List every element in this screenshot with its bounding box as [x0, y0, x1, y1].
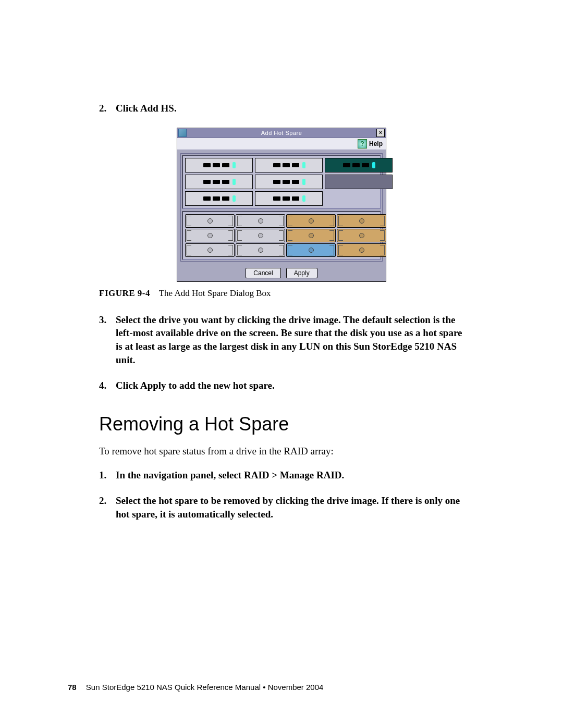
shelf-empty-slot — [325, 175, 393, 189]
shelf-unit[interactable] — [185, 175, 253, 189]
step-number: 1. — [99, 468, 116, 482]
step-3: 3. Select the drive you want by clicking… — [99, 313, 464, 367]
shelf-panel — [180, 153, 383, 262]
drive-bay[interactable] — [286, 229, 336, 242]
drive-bay-panel — [182, 211, 381, 260]
figure-caption: FIGURE 9-4 The Add Hot Spare Dialog Box — [99, 288, 464, 299]
cancel-button[interactable]: Cancel — [246, 268, 280, 278]
section-heading: Removing a Hot Spare — [99, 413, 464, 435]
drive-bay-selected[interactable] — [286, 243, 336, 257]
dialog-button-bar: Cancel Apply — [177, 265, 386, 281]
step-number: 2. — [99, 494, 116, 521]
shelf-unit[interactable] — [255, 158, 323, 172]
drive-bay[interactable] — [185, 243, 235, 257]
step-number: 2. — [99, 102, 116, 115]
shelf-unit[interactable] — [185, 158, 253, 172]
step-text: In the navigation panel, select RAID > M… — [116, 468, 464, 482]
help-button[interactable]: Help — [369, 140, 383, 147]
drive-bay[interactable] — [337, 243, 386, 257]
dialog-toolbar: ? Help — [177, 138, 386, 150]
drive-bay[interactable] — [236, 229, 285, 242]
step-4: 4. Click Apply to add the new hot spare. — [99, 379, 464, 392]
close-icon[interactable]: × — [376, 129, 385, 137]
shelf-unit[interactable] — [255, 175, 323, 189]
step-text: Select the drive you want by clicking th… — [116, 313, 464, 367]
dialog-title: Add Hot Spare — [187, 130, 376, 136]
section-intro: To remove hot spare status from a drive … — [99, 446, 464, 457]
page-footer: 78 Sun StorEdge 5210 NAS Quick Reference… — [68, 683, 323, 692]
drive-bay[interactable] — [286, 214, 336, 228]
remove-step-1: 1. In the navigation panel, select RAID … — [99, 468, 464, 482]
drive-bay[interactable] — [185, 214, 235, 228]
drive-bay[interactable] — [236, 243, 285, 257]
page-number: 78 — [68, 683, 77, 692]
figure-caption-text: The Add Hot Spare Dialog Box — [159, 288, 271, 298]
document-page: 2. Click Add HS. Add Hot Spare × ? Help — [0, 0, 563, 728]
drive-bay[interactable] — [185, 229, 235, 242]
step-text: Click Apply to add the new hot spare. — [116, 379, 464, 392]
add-hot-spare-dialog: Add Hot Spare × ? Help — [177, 128, 386, 282]
drive-bay[interactable] — [236, 214, 285, 228]
step-text: Click Add HS. — [116, 102, 464, 115]
figure-9-4: Add Hot Spare × ? Help — [99, 128, 464, 299]
shelf-unit[interactable] — [325, 158, 393, 172]
step-number: 3. — [99, 313, 116, 367]
drive-bay[interactable] — [337, 214, 386, 228]
dialog-titlebar: Add Hot Spare × — [177, 128, 386, 138]
shelf-unit[interactable] — [185, 191, 253, 206]
dialog-app-icon — [178, 129, 187, 137]
figure-label: FIGURE 9-4 — [99, 288, 150, 298]
help-icon[interactable]: ? — [358, 139, 367, 149]
footer-text: Sun StorEdge 5210 NAS Quick Reference Ma… — [86, 683, 324, 692]
step-text: Select the hot spare to be removed by cl… — [116, 494, 464, 521]
shelf-unit[interactable] — [255, 191, 323, 206]
remove-step-2: 2. Select the hot spare to be removed by… — [99, 494, 464, 521]
step-number: 4. — [99, 379, 116, 392]
step-2: 2. Click Add HS. — [99, 102, 464, 115]
drive-bay[interactable] — [337, 229, 386, 242]
apply-button[interactable]: Apply — [286, 268, 317, 278]
